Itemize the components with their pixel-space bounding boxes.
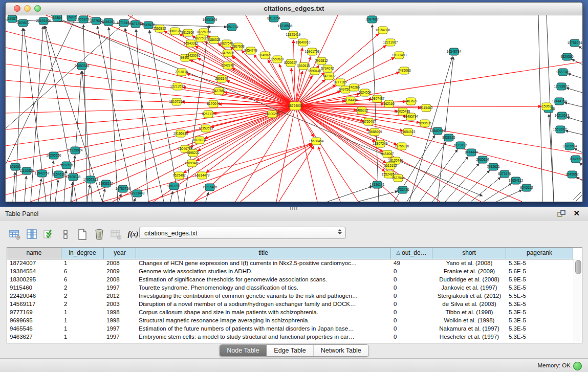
cell-out_de[interactable]: 0 [391,317,432,325]
network-canvas[interactable]: 1855724055722069140619864168951065325715… [6,15,582,202]
graph-node[interactable]: 8170044 [207,100,220,107]
cell-short[interactable]: Tibbo et al. (1998) [432,309,506,317]
network-table-selector[interactable]: citations_edges.txt [139,227,346,239]
graph-node[interactable]: 2935114 [476,156,489,163]
column-header-name[interactable]: name [7,248,61,259]
graph-node[interactable]: 18107554 [169,98,184,105]
graph-node[interactable]: 19654923 [401,128,416,136]
graph-node[interactable]: 10807487 [370,95,385,102]
graph-node[interactable]: 9827502 [194,35,207,42]
graph-node[interactable]: 16895 [67,15,76,21]
cell-out_de[interactable]: 0 [391,268,432,276]
graph-node[interactable]: 12213967 [383,39,398,46]
toggle-panel-icon[interactable] [58,227,73,242]
cell-pagerank[interactable]: 5.3E-5 [506,300,573,309]
cell-in_degree[interactable]: 1 [61,317,104,325]
cell-out_de[interactable]: 0 [391,333,432,341]
graph-node[interactable]: 18640910 [296,39,311,46]
memory-status-indicator[interactable] [573,362,582,370]
vertical-scrollbar[interactable] [574,259,582,343]
cell-name[interactable]: 9115460 [7,284,61,292]
column-header-pagerank[interactable]: pagerank [506,248,573,259]
graph-node[interactable]: 9146821 [258,52,272,59]
graph-hub-node[interactable]: 18724007 [288,102,303,110]
cell-title[interactable]: Estimation of the future numbers of pati… [136,325,391,333]
graph-node[interactable]: 2367608 [231,43,245,50]
cell-pagerank[interactable]: 5.3E-5 [506,284,573,292]
graph-node[interactable]: 9990445 [308,68,321,75]
graph-node[interactable]: 12213593 [170,83,185,90]
tab-edge-table[interactable]: Edge Table [267,345,313,356]
cell-title[interactable]: Corpus callosum shape and size in male p… [136,309,391,317]
table-row[interactable]: 946554611997Estimation of the future num… [7,325,582,333]
cell-name[interactable]: 9463627 [7,333,61,341]
graph-node[interactable]: 8938923 [442,134,455,141]
graph-node[interactable]: 9245652 [520,184,533,191]
graph-node[interactable]: 2718176 [175,69,188,76]
graph-node[interactable]: 20691406 [36,17,51,25]
cell-out_de[interactable]: 0 [391,300,432,309]
citation-network-graph[interactable]: 1855724055722069140619864168951065325715… [6,15,582,202]
graph-node[interactable]: 10653257 [76,16,91,23]
cell-out_de[interactable]: 0 [391,325,432,333]
graph-node[interactable]: 7563822 [153,25,166,32]
cell-short[interactable]: Yano et al. (2008) [432,259,506,268]
cell-name[interactable]: 14569117 [7,300,61,309]
cell-title[interactable]: Changes of HCN gene expression and I(f) … [136,259,391,268]
table-row[interactable]: 969969511998Structural magnetic resonanc… [7,317,582,325]
cell-title[interactable]: Genome-wide association studies in ADHD. [136,268,391,276]
float-panel-icon[interactable] [557,210,565,218]
graph-node[interactable]: 12093872 [554,83,569,90]
graph-node[interactable]: 746266 [349,84,360,91]
graph-node[interactable]: 2405572 [16,19,30,27]
table-row[interactable]: 1830029562008Estimation of significance … [7,276,582,284]
cell-pagerank[interactable]: 5.9E-5 [506,276,573,284]
graph-node[interactable]: 16961758 [305,48,320,55]
graph-node[interactable]: 19958107 [99,180,114,187]
cell-in_degree[interactable]: 1 [61,325,104,333]
cell-short[interactable]: Dudbridge et al. (2008) [432,276,506,284]
graph-node[interactable]: 8220357 [284,59,297,67]
cell-year[interactable]: 1998 [104,309,136,317]
graph-node[interactable]: 9860124 [168,28,182,35]
table-settings-icon[interactable] [7,227,23,242]
graph-node[interactable]: 1167533 [570,156,582,163]
graph-node[interactable]: 6466161 [102,18,115,26]
cell-short[interactable]: Stergiakouli et al. (2012) [432,292,506,300]
cell-year[interactable]: 2008 [104,276,136,284]
cell-name[interactable]: 22420046 [7,292,61,300]
cell-title[interactable]: Tourette syndrome. Phenomenology and cla… [136,284,391,292]
cell-in_degree[interactable]: 6 [61,276,104,284]
cell-short[interactable]: Wolkin et al. (1998) [432,317,506,325]
graph-node[interactable]: 2803144 [215,75,228,82]
graph-node[interactable]: 20053346 [75,62,90,70]
graph-node[interactable]: 13325419 [286,31,301,38]
cell-title[interactable]: Structural magnetic resonance image aver… [136,317,391,325]
table-row[interactable]: 946362711997Embryonic stem cells: a mode… [7,333,582,341]
cell-short[interactable]: Hescheler et al. (1997) [432,333,506,341]
cell-pagerank[interactable]: 5.3E-5 [506,325,573,333]
graph-node[interactable]: 10654112 [509,177,524,184]
cell-out_de[interactable]: 49 [391,259,432,268]
graph-node[interactable]: 1562615 [297,62,310,70]
graph-node[interactable]: 16033809 [203,16,217,24]
graph-node[interactable]: 16840954 [430,127,445,135]
graph-node[interactable]: 8427552 [212,87,226,95]
graph-node[interactable]: 8267110 [202,111,215,118]
graph-node[interactable]: 9597585 [60,162,73,169]
table-row[interactable]: 1456911722003Disruption of a novel membe… [7,300,582,309]
cell-pagerank[interactable]: 5.3E-5 [506,317,573,325]
graph-node[interactable]: 20364456 [343,97,358,104]
cell-in_degree[interactable]: 1 [61,333,104,341]
cell-short[interactable]: Franke et al. (2009) [432,268,506,276]
graph-node[interactable]: 9463627 [404,98,418,105]
graph-node[interactable]: 19218586 [278,23,293,30]
tab-node-table[interactable]: Node Table [220,345,267,356]
graph-node[interactable]: 6734072 [321,65,334,72]
graph-node[interactable]: 20206556 [47,152,61,159]
tab-network-table[interactable]: Network Table [314,345,368,356]
graph-node[interactable]: 1615152 [384,162,397,169]
graph-node[interactable]: 7625402 [172,172,186,179]
cell-pagerank[interactable]: 5.3E-5 [506,333,573,341]
column-header-in_degree[interactable]: in_degree [61,248,104,259]
